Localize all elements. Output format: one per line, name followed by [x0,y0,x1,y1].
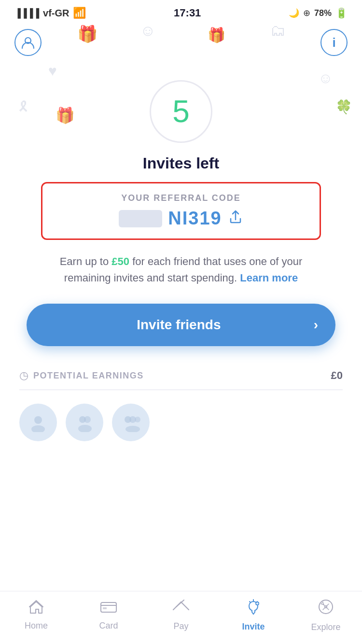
referral-code-box: YOUR REFERRAL CODE NI319 [41,182,321,240]
svg-point-2 [31,425,45,432]
nav-item-pay[interactable]: Pay [157,599,205,631]
potential-earnings-left: ◷ POTENTIAL EARNINGS [19,369,144,382]
svg-point-1 [34,416,42,424]
potential-earnings-value: £0 [331,369,343,382]
info-button[interactable]: i [320,29,348,56]
explore-icon [317,598,334,619]
nav-label-explore: Explore [311,622,340,632]
nav-label-home: Home [25,621,48,631]
nav-label-card: Card [99,621,118,631]
invites-count: 5 [172,94,190,129]
profile-button[interactable] [14,29,42,56]
avatar-2 [66,404,103,441]
bottom-nav: Home Card Pay [0,591,362,644]
main-content: 5 Invites left YOUR REFERRAL CODE NI319 … [0,56,362,451]
nav-item-card[interactable]: Card [84,600,133,631]
amount-highlight: £50 [111,255,129,267]
card-icon [100,600,117,618]
svg-line-14 [181,602,189,610]
invites-left-label: Invites left [143,154,219,172]
svg-point-4 [84,416,91,423]
signal-icon: ▐▐▐▐ [14,8,39,18]
battery-icon: 🔋 [335,7,348,19]
avatar-1 [19,404,57,441]
svg-rect-10 [101,602,116,612]
data-icon: ⊕ [303,8,310,18]
potential-earnings-label: POTENTIAL EARNINGS [33,371,144,381]
home-icon [28,600,44,618]
referral-code-text: NI319 [168,208,222,229]
description-prefix: Earn up to [60,255,112,267]
potential-earnings-row: ◷ POTENTIAL EARNINGS £0 [19,369,343,390]
top-nav: 🎁 ☺ 🎁 🗂 ♥ 🎗 🎁 ☺ 🍀 i [0,24,362,56]
svg-point-22 [319,600,333,614]
invite-btn-label: Invite friends [44,317,314,333]
nav-label-pay: Pay [173,621,188,631]
nav-item-invite[interactable]: Invite [229,599,278,632]
invites-counter-circle: 5 [150,80,212,143]
share-icon[interactable] [228,209,243,228]
status-right: 🌙 ⊕ 78% 🔋 [289,7,348,19]
pay-icon [172,599,190,618]
wifi-icon: 📶 [73,7,86,19]
referral-blurred-part [119,210,162,227]
invite-icon [245,599,262,619]
invite-friends-button[interactable]: Invite friends › [27,304,335,346]
nav-item-explore[interactable]: Explore [302,598,350,632]
avatar-row [19,404,150,441]
svg-point-8 [135,417,140,422]
invite-btn-chevron: › [314,317,318,333]
referral-code-row: NI319 [119,208,243,229]
carrier-label: vf-GR [43,8,69,19]
learn-more-link[interactable]: Learn more [240,272,298,284]
description-text: Earn up to £50 for each friend that uses… [41,253,321,286]
battery-percent: 78% [314,8,332,18]
svg-rect-12 [103,607,107,609]
status-bar: ▐▐▐▐ vf-GR 📶 17:31 🌙 ⊕ 78% 🔋 [0,0,362,24]
svg-line-18 [250,602,251,602]
svg-point-5 [78,425,92,432]
avatar-3 [112,404,150,441]
referral-code-label: YOUR REFERRAL CODE [121,193,241,203]
status-left: ▐▐▐▐ vf-GR 📶 [14,7,86,19]
info-icon-char: i [332,35,335,50]
time-display: 17:31 [174,7,201,19]
nav-item-home[interactable]: Home [12,600,60,631]
moon-icon: 🌙 [289,8,299,18]
svg-point-23 [325,606,327,608]
svg-point-9 [125,426,140,432]
clock-icon: ◷ [19,369,28,382]
nav-label-invite: Invite [242,622,265,632]
